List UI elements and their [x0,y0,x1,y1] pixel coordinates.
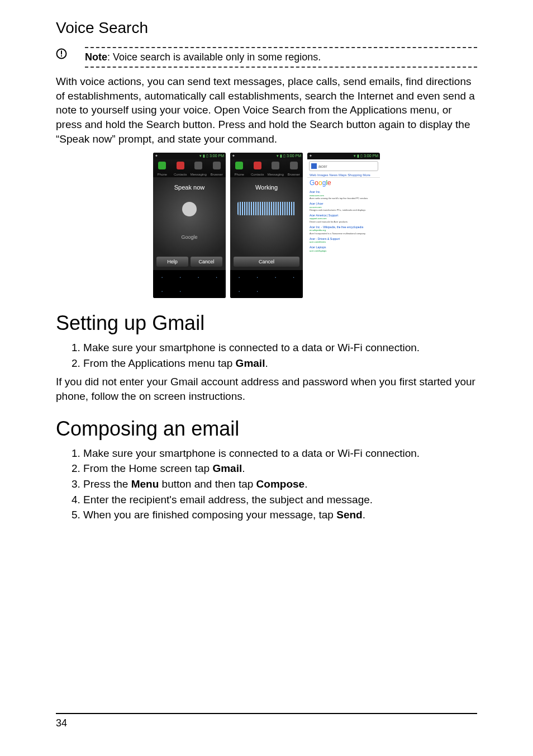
heading-voice-search: Voice Search [56,19,477,37]
waveform-icon [237,202,296,215]
voice-search-paragraph: With voice actions, you can send text me… [56,74,477,146]
cancel-button[interactable]: Cancel [191,257,222,267]
screenshot-search-results: ✦▾ ▮ ▯ 3:00 PM acer Web Images News Maps… [307,153,380,298]
note-text: Note: Voice search is available only in … [85,50,477,64]
list-item: 2. From the Home screen tap Gmail. [83,461,477,476]
mic-icon [182,202,197,216]
heading-composing-email: Composing an email [56,417,477,441]
help-button[interactable]: Help [156,257,188,267]
list-item: 1. Make sure your smartphone is connecte… [83,446,477,461]
page-number: 34 [56,717,67,729]
search-input[interactable]: acer [309,161,378,171]
alert-icon [56,48,67,59]
page-footer: 34 [56,713,477,729]
list-item: 2. From the Applications menu tap Gmail. [83,356,477,371]
dashed-rule-top [85,47,477,48]
gmail-paragraph: If you did not enter your Gmail account … [56,375,477,403]
list-item: 5. When you are finished composing your … [83,508,477,522]
svg-rect-2 [61,55,62,56]
gmail-steps: 1. Make sure your smartphone is connecte… [69,341,477,370]
note-block: Note: Voice search is available only in … [56,47,477,68]
dashed-rule-bottom [85,67,477,68]
list-item: 1. Make sure your smartphone is connecte… [83,341,477,355]
svg-rect-1 [61,51,62,55]
compose-steps: 1. Make sure your smartphone is connecte… [69,446,477,522]
screenshot-working: ✦▾ ▮ ▯ 3:00 PM Phone Contacts Messaging … [230,153,303,298]
heading-setting-up-gmail: Setting up Gmail [56,311,477,335]
screenshot-row: ✦▾ ▮ ▯ 3:00 PM Phone Contacts Messaging … [56,153,477,298]
cancel-button[interactable]: Cancel [234,257,299,267]
list-item: 3. Press the Menu button and then tap Co… [83,477,477,492]
screenshot-speak-now: ✦▾ ▮ ▯ 3:00 PM Phone Contacts Messaging … [153,153,226,298]
page: Voice Search Note: Voice search is avail… [0,0,533,756]
list-item: 4. Enter the recipient's email address, … [83,493,477,507]
